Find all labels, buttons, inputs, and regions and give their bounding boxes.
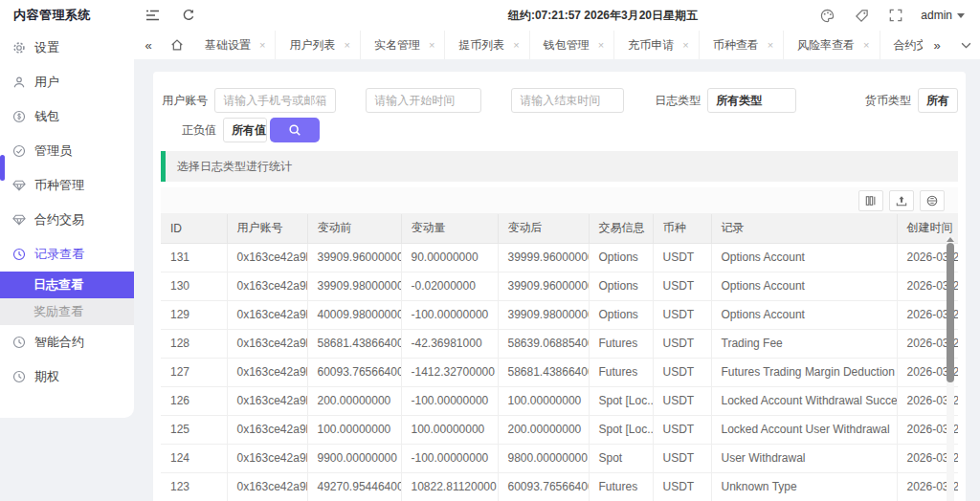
cell-coin: USDT — [653, 243, 711, 272]
table-row[interactable]: 131 0x163ce42a9b... 39909.96000000 90.00… — [161, 243, 958, 272]
log-type-select[interactable]: 所有类型 — [707, 88, 796, 113]
column-header[interactable]: 用户账号 — [227, 214, 307, 243]
table-scrollbar[interactable] — [947, 237, 954, 501]
cell-record: Options Account — [711, 243, 897, 272]
tab-close-icon[interactable]: × — [863, 39, 869, 51]
table-header: ID 用户账号 变动前 变动量 变动后 交易信息 币种 记录 创建时间 — [161, 214, 958, 243]
table-row[interactable]: 129 0x163ce42a9b... 40009.98000000 -100.… — [161, 300, 958, 329]
tab-item[interactable]: 用户列表× — [276, 31, 360, 59]
sidebar-scrollbar-thumb[interactable] — [0, 155, 5, 181]
cell-change: -1412.32700000 — [401, 358, 498, 386]
scroll-up-icon[interactable] — [947, 237, 954, 242]
scrollbar-thumb[interactable] — [947, 243, 954, 382]
filter-columns-button[interactable] — [858, 190, 883, 211]
tab-item[interactable]: 充币申请× — [614, 31, 699, 59]
table-row[interactable]: 128 0x163ce42a9b... 58681.43866400 -42.3… — [161, 329, 958, 358]
currency-type-select[interactable]: 所有 — [918, 88, 958, 113]
cell-before: 58681.43866400 — [307, 329, 401, 358]
sidebar-item-admins[interactable]: 管理员 — [0, 134, 134, 168]
cell-after: 39909.96000000 — [498, 272, 589, 300]
column-header[interactable]: 变动量 — [401, 214, 498, 243]
sidebar-subitem-log-view[interactable]: 日志查看 — [0, 272, 134, 298]
tab-close-icon[interactable]: × — [598, 39, 604, 51]
cell-id: 125 — [161, 415, 227, 444]
sidebar-item-records[interactable]: 记录查看 — [0, 237, 134, 272]
tab-close-icon[interactable]: × — [768, 39, 773, 51]
tab-item[interactable]: 合约交易管理× — [880, 31, 924, 59]
column-header[interactable]: ID — [161, 214, 227, 243]
main-content: 用户账号 日志类型 所有类型 货币类型 所有 正负值 所有值 选择日志类型进行统… — [134, 59, 980, 501]
home-tab[interactable] — [163, 31, 191, 59]
cell-id: 123 — [161, 472, 227, 501]
tab-close-icon[interactable]: × — [429, 39, 434, 51]
tab-close-icon[interactable]: × — [682, 39, 688, 51]
print-button[interactable] — [920, 190, 945, 211]
fullscreen-button[interactable] — [879, 0, 913, 31]
cell-id: 127 — [161, 358, 227, 386]
check-circle-icon — [12, 144, 26, 158]
tab-close-icon[interactable]: × — [513, 39, 519, 51]
tab-item[interactable]: 币种查看× — [700, 31, 784, 59]
tab-item[interactable]: 钱包管理× — [530, 31, 614, 59]
tabs-menu-button[interactable] — [951, 31, 980, 59]
filter-row-2: 正负值 所有值 — [161, 118, 958, 142]
column-header[interactable]: 交易信息 — [589, 214, 653, 243]
account-input[interactable] — [214, 88, 336, 113]
tab-item[interactable]: 提币列表× — [445, 31, 529, 59]
tab-close-icon[interactable]: × — [259, 39, 265, 51]
table-row[interactable]: 130 0x163ce42a9b... 39909.98000000 -0.02… — [161, 272, 958, 300]
refresh-button[interactable] — [170, 0, 207, 31]
column-header[interactable]: 记录 — [711, 214, 897, 243]
tab-item[interactable]: 风险率查看× — [784, 31, 880, 59]
tab-bar-right: » — [923, 31, 980, 59]
collapse-menu-button[interactable] — [134, 0, 170, 31]
export-button[interactable] — [889, 190, 914, 211]
sidebar-item-wallet[interactable]: 钱包 — [0, 99, 134, 134]
account-label: 用户账号 — [161, 93, 208, 109]
cell-coin: USDT — [653, 272, 711, 300]
gear-icon — [12, 41, 26, 54]
tab-item[interactable]: 基础设置× — [191, 31, 276, 59]
table-row[interactable]: 123 0x163ce42a9b... 49270.95446400 10822… — [161, 472, 958, 501]
tabs-scroll-right-button[interactable]: » — [923, 31, 951, 59]
sidebar-item-contract-trading[interactable]: 合约交易 — [0, 203, 134, 237]
column-header[interactable]: 变动后 — [498, 214, 589, 243]
tag-button[interactable] — [844, 0, 879, 31]
tabs-scroll-left-button[interactable]: « — [134, 31, 163, 59]
table-row[interactable]: 126 0x163ce42a9b... 200.00000000 -100.00… — [161, 386, 958, 415]
cell-trade-info: Futures — [589, 329, 653, 358]
column-header[interactable]: 币种 — [653, 214, 711, 243]
cell-trade-info: Futures — [589, 472, 653, 501]
sidebar-item-smart-contract[interactable]: 智能合约 — [0, 325, 134, 359]
cell-account: 0x163ce42a9b... — [227, 386, 307, 415]
sidebar-item-users[interactable]: 用户 — [0, 65, 134, 99]
cell-after: 58681.43866400 — [498, 358, 589, 386]
sidebar-item-coin-management[interactable]: 币种管理 — [0, 168, 134, 203]
theme-button[interactable] — [810, 0, 844, 31]
cell-record: User Withdrawal — [711, 444, 897, 472]
log-table: ID 用户账号 变动前 变动量 变动后 交易信息 币种 记录 创建时间 131 … — [161, 214, 958, 501]
table-row[interactable]: 127 0x163ce42a9b... 60093.76566400 -1412… — [161, 358, 958, 386]
sidebar-subitem-reward-view[interactable]: 奖励查看 — [0, 298, 134, 325]
chevron-down-icon — [957, 13, 965, 18]
tab-bar: « 基础设置× 用户列表× 实名管理× 提币列表× 钱包管理× 充币申请× 币种… — [134, 31, 980, 59]
start-time-input[interactable] — [366, 88, 481, 113]
column-header[interactable]: 变动前 — [307, 214, 401, 243]
user-menu[interactable]: admin — [913, 9, 972, 22]
cell-before: 39909.96000000 — [307, 243, 401, 272]
end-time-input[interactable] — [511, 88, 624, 113]
cell-after: 60093.76566400 — [498, 472, 589, 501]
search-button[interactable] — [270, 118, 320, 142]
sidebar-item-settings[interactable]: 设置 — [0, 31, 134, 65]
cell-account: 0x163ce42a9b... — [227, 415, 307, 444]
cell-change: -42.36981000 — [401, 329, 498, 358]
table-row[interactable]: 124 0x163ce42a9b... 9900.00000000 -100.0… — [161, 444, 958, 472]
sidebar-item-options[interactable]: 期权 — [0, 359, 134, 394]
cell-change: -100.00000000 — [401, 300, 498, 329]
filter-row-1: 用户账号 日志类型 所有类型 货币类型 所有 — [161, 88, 958, 113]
tab-close-icon[interactable]: × — [344, 39, 349, 51]
sign-select[interactable]: 所有值 — [223, 118, 267, 142]
table-row[interactable]: 125 0x163ce42a9b... 100.00000000 100.000… — [161, 415, 958, 444]
tab-item[interactable]: 实名管理× — [361, 31, 445, 59]
cell-record: Trading Fee — [711, 329, 897, 358]
